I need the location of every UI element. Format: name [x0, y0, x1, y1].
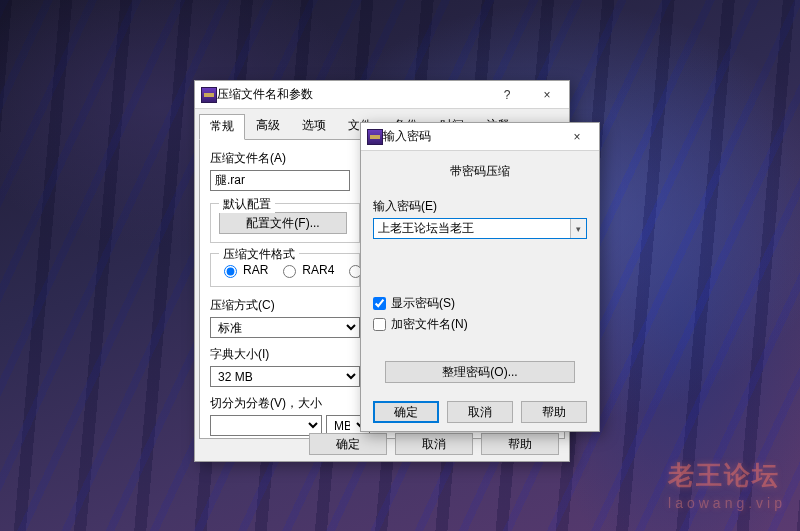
method-label: 压缩方式(C) [210, 297, 360, 314]
split-label: 切分为分卷(V)，大小 [210, 395, 370, 412]
password-dialog: 输入密码 × 带密码压缩 输入密码(E) ▾ 显示密码(S) 加密文件名(N) … [360, 122, 600, 432]
rar-app-icon [201, 87, 217, 103]
password-dialog-title: 输入密码 [383, 128, 557, 145]
format-rar[interactable]: RAR [219, 262, 268, 278]
tab-advanced[interactable]: 高级 [245, 113, 291, 139]
cancel-button[interactable]: 取消 [447, 401, 513, 423]
archive-dialog-title: 压缩文件名和参数 [217, 86, 487, 103]
ok-button[interactable]: 确定 [373, 401, 439, 423]
help-button[interactable]: 帮助 [521, 401, 587, 423]
archive-dialog-buttons: 确定 取消 帮助 [195, 433, 569, 455]
password-dialog-titlebar[interactable]: 输入密码 × [361, 123, 599, 151]
archive-dialog-titlebar[interactable]: 压缩文件名和参数 ? × [195, 81, 569, 109]
watermark: 老王论坛 laowang.vip [668, 458, 786, 511]
show-password-label[interactable]: 显示密码(S) [391, 295, 455, 312]
encrypt-filenames-checkbox[interactable] [373, 318, 386, 331]
cancel-button[interactable]: 取消 [395, 433, 473, 455]
password-dialog-subtitle: 带密码压缩 [373, 163, 587, 180]
close-button[interactable]: × [557, 124, 597, 150]
show-password-checkbox[interactable] [373, 297, 386, 310]
password-label: 输入密码(E) [373, 198, 587, 215]
encrypt-filenames-label[interactable]: 加密文件名(N) [391, 316, 468, 333]
dictionary-size-select[interactable]: 32 MB [210, 366, 360, 387]
dict-label: 字典大小(I) [210, 346, 360, 363]
password-input[interactable] [373, 218, 587, 239]
profiles-button[interactable]: 配置文件(F)... [219, 212, 347, 234]
help-button-bottom[interactable]: 帮助 [481, 433, 559, 455]
rar-app-icon [367, 129, 383, 145]
default-profile-legend: 默认配置 [219, 196, 275, 213]
close-button[interactable]: × [527, 82, 567, 108]
filename-input[interactable] [210, 170, 350, 191]
tab-options[interactable]: 选项 [291, 113, 337, 139]
watermark-main: 老王论坛 [668, 460, 780, 490]
password-dialog-buttons: 确定 取消 帮助 [361, 401, 599, 423]
help-button[interactable]: ? [487, 82, 527, 108]
password-dropdown-icon[interactable]: ▾ [570, 219, 586, 238]
format-legend: 压缩文件格式 [219, 246, 299, 263]
organize-passwords-button[interactable]: 整理密码(O)... [385, 361, 575, 383]
watermark-sub: laowang.vip [668, 495, 786, 511]
tab-general[interactable]: 常规 [199, 114, 245, 140]
format-rar4[interactable]: RAR4 [278, 262, 334, 278]
ok-button[interactable]: 确定 [309, 433, 387, 455]
compression-method-select[interactable]: 标准 [210, 317, 360, 338]
